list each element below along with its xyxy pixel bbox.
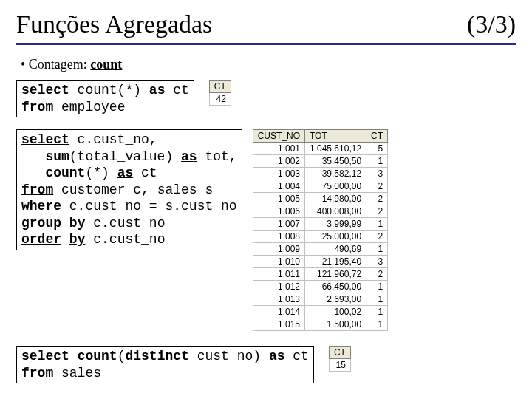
table-row: 1.009490,691 bbox=[253, 243, 387, 256]
cell: 5 bbox=[366, 143, 388, 155]
cell: 1 bbox=[366, 306, 388, 318]
cell: 39.582,12 bbox=[305, 168, 366, 180]
code-block-3: select count(distinct cust_no) as ct fro… bbox=[16, 346, 314, 383]
table-row: 1.00475.000,002 bbox=[253, 180, 387, 193]
cell: 2 bbox=[366, 193, 388, 205]
title-row: Funções Agregadas (3/3) bbox=[16, 10, 516, 38]
cell: 1.012 bbox=[253, 281, 304, 293]
cell: 490,69 bbox=[305, 243, 366, 256]
cell: 35.450,50 bbox=[305, 155, 366, 168]
cell: 2 bbox=[366, 268, 388, 281]
title-left: Funções Agregadas bbox=[16, 10, 212, 38]
cell: 21.195,40 bbox=[305, 256, 366, 268]
cell: 1 bbox=[366, 218, 388, 231]
cell: 1.008 bbox=[253, 231, 304, 243]
cell: 1.015 bbox=[253, 318, 304, 331]
title-right: (3/3) bbox=[467, 10, 516, 38]
example-2: select c.cust_no, sum(total_value) as to… bbox=[16, 129, 516, 331]
table-row: 1.0151.500,001 bbox=[253, 318, 387, 331]
cell: 1.045.610,12 bbox=[305, 143, 366, 155]
cell: 3 bbox=[366, 168, 388, 180]
example-1: select count(*) as ct from employee CT 4… bbox=[16, 80, 516, 117]
result-table-2: CUST_NO TOT CT 1.0011.045.610,1251.00235… bbox=[253, 129, 388, 331]
cell: 1.011 bbox=[253, 268, 304, 281]
table-row: 1.011121.960,722 bbox=[253, 268, 387, 281]
table-row: 1.0132.693,001 bbox=[253, 293, 387, 306]
cell: 1.006 bbox=[253, 205, 304, 218]
cell: 2 bbox=[366, 231, 388, 243]
code-block-2: select c.cust_no, sum(total_value) as to… bbox=[16, 129, 242, 250]
cell: 1.002 bbox=[253, 155, 304, 168]
cell: 1.004 bbox=[253, 180, 304, 193]
cell: 400.008,00 bbox=[305, 205, 366, 218]
subhead-keyword: count bbox=[90, 57, 122, 72]
cell: 25.000,00 bbox=[305, 231, 366, 243]
table-row: 1.00339.582,123 bbox=[253, 168, 387, 180]
cell: 2 bbox=[366, 205, 388, 218]
cell: 1 bbox=[366, 243, 388, 256]
slide: Funções Agregadas (3/3) • Contagem: coun… bbox=[0, 0, 532, 383]
table-row: 1.01021.195,403 bbox=[253, 256, 387, 268]
cell: 3.999,99 bbox=[305, 218, 366, 231]
title-rule bbox=[16, 43, 516, 45]
cell: 75.000,00 bbox=[305, 180, 366, 193]
rt3-v0: 15 bbox=[329, 359, 350, 372]
cell: 121.960,72 bbox=[305, 268, 366, 281]
rt1-v0: 42 bbox=[209, 93, 231, 106]
result-table-3: CT 15 bbox=[329, 346, 351, 372]
cell: 100,02 bbox=[305, 306, 366, 318]
table-row: 1.01266.450,001 bbox=[253, 281, 387, 293]
cell: 1.007 bbox=[253, 218, 304, 231]
rt3-h0: CT bbox=[329, 347, 350, 359]
rt1-h0: CT bbox=[209, 81, 231, 93]
table-row: 1.014100,021 bbox=[253, 306, 387, 318]
cell: 14.980,00 bbox=[305, 193, 366, 205]
cell: 2 bbox=[366, 180, 388, 193]
cell: 3 bbox=[366, 256, 388, 268]
subheading: • Contagem: count bbox=[16, 57, 516, 72]
rt2-h1: TOT bbox=[305, 130, 366, 143]
table-row: 1.00825.000,002 bbox=[253, 231, 387, 243]
cell: 2.693,00 bbox=[305, 293, 366, 306]
cell: 66.450,00 bbox=[305, 281, 366, 293]
result-table-1: CT 42 bbox=[209, 80, 231, 106]
cell: 1 bbox=[366, 155, 388, 168]
cell: 1.009 bbox=[253, 243, 304, 256]
code-block-1: select count(*) as ct from employee bbox=[16, 80, 194, 117]
cell: 1 bbox=[366, 293, 388, 306]
cell: 1.013 bbox=[253, 293, 304, 306]
rt2-h2: CT bbox=[366, 130, 388, 143]
cell: 1.005 bbox=[253, 193, 304, 205]
cell: 1 bbox=[366, 318, 388, 331]
cell: 1 bbox=[366, 281, 388, 293]
table-row: 1.0073.999,991 bbox=[253, 218, 387, 231]
cell: 1.014 bbox=[253, 306, 304, 318]
cell: 1.001 bbox=[253, 143, 304, 155]
cell: 1.500,00 bbox=[305, 318, 366, 331]
cell: 1.010 bbox=[253, 256, 304, 268]
cell: 1.003 bbox=[253, 168, 304, 180]
rt2-h0: CUST_NO bbox=[253, 130, 304, 143]
table-row: 1.0011.045.610,125 bbox=[253, 143, 387, 155]
example-3: select count(distinct cust_no) as ct fro… bbox=[16, 346, 516, 383]
table-row: 1.00514.980,002 bbox=[253, 193, 387, 205]
table-row: 1.00235.450,501 bbox=[253, 155, 387, 168]
table-row: 1.006400.008,002 bbox=[253, 205, 387, 218]
subhead-prefix: • Contagem: bbox=[21, 57, 90, 72]
